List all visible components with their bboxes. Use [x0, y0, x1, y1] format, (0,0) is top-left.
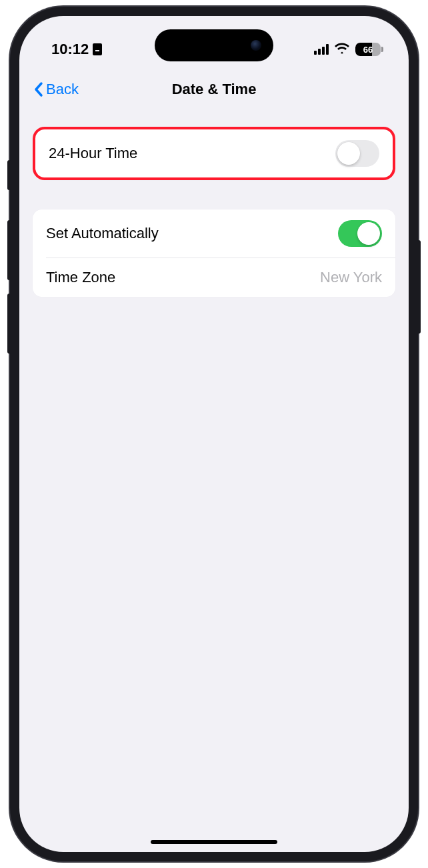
back-label: Back: [46, 81, 79, 98]
toggle-set-automatically[interactable]: [338, 220, 382, 247]
row-label: Set Automatically: [46, 225, 159, 242]
side-button: [7, 160, 11, 190]
back-button[interactable]: Back: [33, 80, 79, 99]
sim-card-icon: [93, 43, 102, 55]
cellular-signal-icon: [314, 44, 329, 55]
status-left: 10:12: [51, 41, 102, 58]
toggle-24-hour-time[interactable]: [335, 140, 379, 167]
battery-percent: 66: [363, 45, 373, 55]
phone-frame: 10:12 66: [10, 7, 418, 861]
screen: 10:12 66: [19, 16, 409, 852]
row-value: New York: [320, 269, 382, 286]
toggle-knob: [357, 222, 380, 245]
side-button: [7, 294, 11, 354]
chevron-left-icon: [33, 80, 45, 99]
row-24-hour-time[interactable]: 24-Hour Time: [35, 129, 393, 177]
side-button: [7, 220, 11, 280]
row-time-zone[interactable]: Time Zone New York: [46, 258, 395, 297]
nav-bar: Back Date & Time: [19, 69, 409, 109]
group-24hour: 24-Hour Time: [33, 127, 395, 180]
row-label: 24-Hour Time: [49, 145, 137, 162]
page-title: Date & Time: [172, 81, 257, 98]
row-label: Time Zone: [46, 269, 115, 286]
row-set-automatically[interactable]: Set Automatically: [33, 209, 395, 258]
wifi-icon: [334, 41, 350, 58]
side-button: [417, 240, 421, 334]
group-auto-timezone: Set Automatically Time Zone New York: [33, 209, 395, 297]
battery-icon: 66: [355, 43, 383, 56]
home-indicator[interactable]: [151, 840, 277, 844]
status-time: 10:12: [51, 41, 89, 58]
dynamic-island: [155, 29, 273, 61]
status-right: 66: [314, 41, 383, 58]
toggle-knob: [337, 142, 360, 165]
content: 24-Hour Time Set Automatically Time Zone…: [19, 109, 409, 297]
